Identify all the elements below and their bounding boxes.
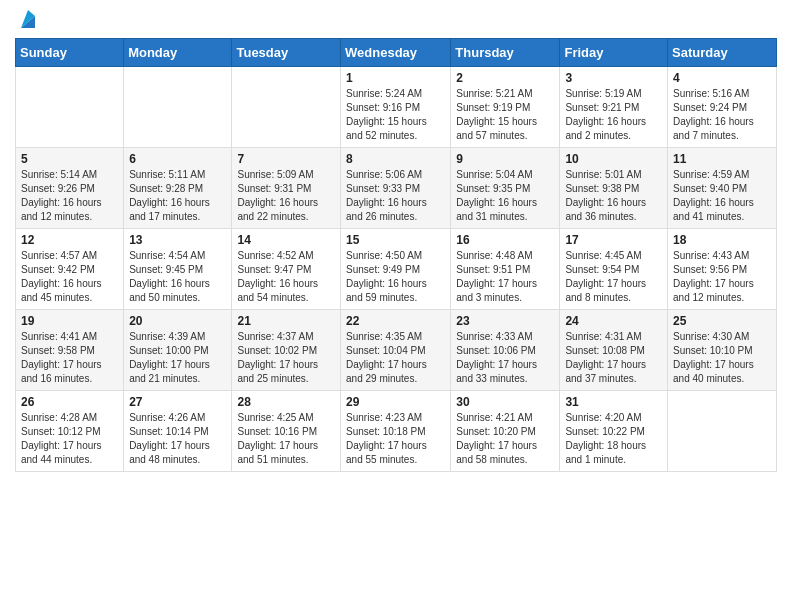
table-cell [124,67,232,148]
table-cell: 10Sunrise: 5:01 AMSunset: 9:38 PMDayligh… [560,148,668,229]
table-cell: 31Sunrise: 4:20 AMSunset: 10:22 PMDaylig… [560,391,668,472]
day-info: Sunrise: 4:39 AMSunset: 10:00 PMDaylight… [129,330,226,386]
day-number: 30 [456,395,554,409]
table-cell: 23Sunrise: 4:33 AMSunset: 10:06 PMDaylig… [451,310,560,391]
day-number: 17 [565,233,662,247]
day-number: 3 [565,71,662,85]
day-number: 14 [237,233,335,247]
table-cell [668,391,777,472]
day-number: 15 [346,233,445,247]
table-cell: 15Sunrise: 4:50 AMSunset: 9:49 PMDayligh… [341,229,451,310]
day-info: Sunrise: 4:21 AMSunset: 10:20 PMDaylight… [456,411,554,467]
table-cell: 28Sunrise: 4:25 AMSunset: 10:16 PMDaylig… [232,391,341,472]
day-info: Sunrise: 4:43 AMSunset: 9:56 PMDaylight:… [673,249,771,305]
day-number: 4 [673,71,771,85]
day-number: 24 [565,314,662,328]
day-info: Sunrise: 4:41 AMSunset: 9:58 PMDaylight:… [21,330,118,386]
table-cell: 30Sunrise: 4:21 AMSunset: 10:20 PMDaylig… [451,391,560,472]
day-info: Sunrise: 4:25 AMSunset: 10:16 PMDaylight… [237,411,335,467]
calendar-week-row: 19Sunrise: 4:41 AMSunset: 9:58 PMDayligh… [16,310,777,391]
table-cell: 1Sunrise: 5:24 AMSunset: 9:16 PMDaylight… [341,67,451,148]
day-number: 16 [456,233,554,247]
day-number: 5 [21,152,118,166]
table-cell: 17Sunrise: 4:45 AMSunset: 9:54 PMDayligh… [560,229,668,310]
day-number: 29 [346,395,445,409]
calendar-week-row: 12Sunrise: 4:57 AMSunset: 9:42 PMDayligh… [16,229,777,310]
day-number: 1 [346,71,445,85]
day-number: 10 [565,152,662,166]
day-info: Sunrise: 5:24 AMSunset: 9:16 PMDaylight:… [346,87,445,143]
day-info: Sunrise: 5:19 AMSunset: 9:21 PMDaylight:… [565,87,662,143]
day-info: Sunrise: 4:45 AMSunset: 9:54 PMDaylight:… [565,249,662,305]
day-info: Sunrise: 4:59 AMSunset: 9:40 PMDaylight:… [673,168,771,224]
day-number: 6 [129,152,226,166]
day-number: 2 [456,71,554,85]
table-cell: 4Sunrise: 5:16 AMSunset: 9:24 PMDaylight… [668,67,777,148]
day-number: 23 [456,314,554,328]
day-info: Sunrise: 5:14 AMSunset: 9:26 PMDaylight:… [21,168,118,224]
calendar-header-row: Sunday Monday Tuesday Wednesday Thursday… [16,39,777,67]
day-info: Sunrise: 4:26 AMSunset: 10:14 PMDaylight… [129,411,226,467]
day-info: Sunrise: 4:57 AMSunset: 9:42 PMDaylight:… [21,249,118,305]
table-cell: 27Sunrise: 4:26 AMSunset: 10:14 PMDaylig… [124,391,232,472]
table-cell: 16Sunrise: 4:48 AMSunset: 9:51 PMDayligh… [451,229,560,310]
col-monday: Monday [124,39,232,67]
col-saturday: Saturday [668,39,777,67]
day-info: Sunrise: 4:48 AMSunset: 9:51 PMDaylight:… [456,249,554,305]
day-number: 21 [237,314,335,328]
day-info: Sunrise: 5:04 AMSunset: 9:35 PMDaylight:… [456,168,554,224]
table-cell: 19Sunrise: 4:41 AMSunset: 9:58 PMDayligh… [16,310,124,391]
day-info: Sunrise: 5:06 AMSunset: 9:33 PMDaylight:… [346,168,445,224]
table-cell: 3Sunrise: 5:19 AMSunset: 9:21 PMDaylight… [560,67,668,148]
table-cell: 22Sunrise: 4:35 AMSunset: 10:04 PMDaylig… [341,310,451,391]
table-cell: 11Sunrise: 4:59 AMSunset: 9:40 PMDayligh… [668,148,777,229]
table-cell [16,67,124,148]
day-number: 9 [456,152,554,166]
day-number: 22 [346,314,445,328]
day-info: Sunrise: 4:30 AMSunset: 10:10 PMDaylight… [673,330,771,386]
day-number: 20 [129,314,226,328]
logo [15,10,39,32]
day-info: Sunrise: 5:16 AMSunset: 9:24 PMDaylight:… [673,87,771,143]
day-number: 8 [346,152,445,166]
day-number: 19 [21,314,118,328]
header [15,10,777,32]
day-info: Sunrise: 4:37 AMSunset: 10:02 PMDaylight… [237,330,335,386]
table-cell: 8Sunrise: 5:06 AMSunset: 9:33 PMDaylight… [341,148,451,229]
table-cell: 5Sunrise: 5:14 AMSunset: 9:26 PMDaylight… [16,148,124,229]
table-cell: 6Sunrise: 5:11 AMSunset: 9:28 PMDaylight… [124,148,232,229]
day-info: Sunrise: 5:21 AMSunset: 9:19 PMDaylight:… [456,87,554,143]
table-cell: 21Sunrise: 4:37 AMSunset: 10:02 PMDaylig… [232,310,341,391]
day-info: Sunrise: 5:01 AMSunset: 9:38 PMDaylight:… [565,168,662,224]
day-number: 13 [129,233,226,247]
logo-icon [17,10,39,32]
page: Sunday Monday Tuesday Wednesday Thursday… [0,0,792,487]
day-number: 31 [565,395,662,409]
table-cell: 25Sunrise: 4:30 AMSunset: 10:10 PMDaylig… [668,310,777,391]
col-thursday: Thursday [451,39,560,67]
day-info: Sunrise: 4:31 AMSunset: 10:08 PMDaylight… [565,330,662,386]
day-info: Sunrise: 4:23 AMSunset: 10:18 PMDaylight… [346,411,445,467]
day-number: 7 [237,152,335,166]
table-cell: 20Sunrise: 4:39 AMSunset: 10:00 PMDaylig… [124,310,232,391]
day-number: 12 [21,233,118,247]
table-cell [232,67,341,148]
col-sunday: Sunday [16,39,124,67]
table-cell: 9Sunrise: 5:04 AMSunset: 9:35 PMDaylight… [451,148,560,229]
day-info: Sunrise: 4:50 AMSunset: 9:49 PMDaylight:… [346,249,445,305]
day-number: 11 [673,152,771,166]
table-cell: 13Sunrise: 4:54 AMSunset: 9:45 PMDayligh… [124,229,232,310]
day-number: 28 [237,395,335,409]
col-friday: Friday [560,39,668,67]
col-tuesday: Tuesday [232,39,341,67]
col-wednesday: Wednesday [341,39,451,67]
day-info: Sunrise: 4:28 AMSunset: 10:12 PMDaylight… [21,411,118,467]
table-cell: 24Sunrise: 4:31 AMSunset: 10:08 PMDaylig… [560,310,668,391]
calendar-table: Sunday Monday Tuesday Wednesday Thursday… [15,38,777,472]
day-info: Sunrise: 4:20 AMSunset: 10:22 PMDaylight… [565,411,662,467]
day-number: 27 [129,395,226,409]
day-number: 18 [673,233,771,247]
table-cell: 29Sunrise: 4:23 AMSunset: 10:18 PMDaylig… [341,391,451,472]
day-info: Sunrise: 4:52 AMSunset: 9:47 PMDaylight:… [237,249,335,305]
day-info: Sunrise: 5:11 AMSunset: 9:28 PMDaylight:… [129,168,226,224]
